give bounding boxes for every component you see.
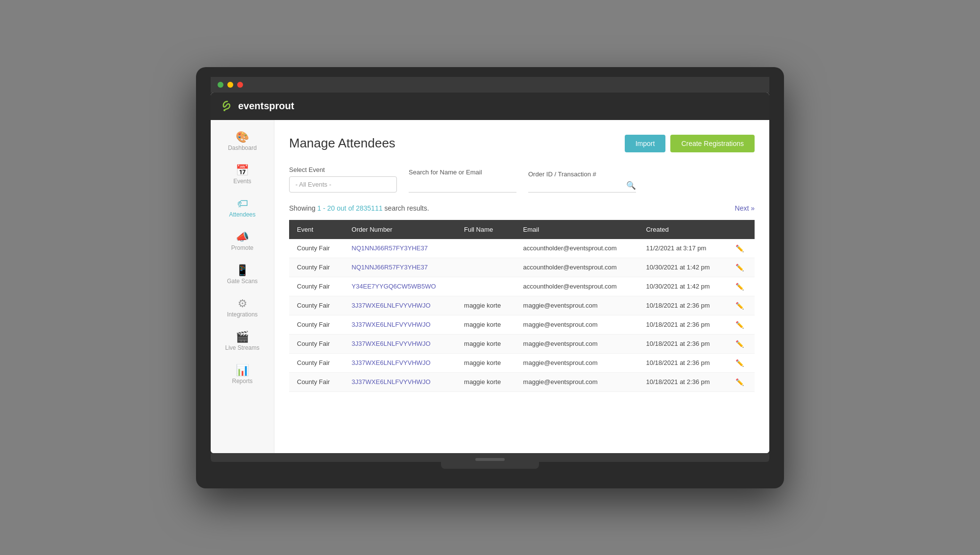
gate-scans-icon: 📱: [236, 265, 249, 276]
order-number-link[interactable]: NQ1NNJ66R57FY3YHE37: [352, 264, 428, 271]
cell-email: maggie@eventsprout.com: [515, 296, 638, 315]
name-email-filter-group: Search for Name or Email: [409, 169, 516, 193]
table-row: County Fair3J37WXE6LNLFVYVHWJOmaggie kor…: [289, 334, 755, 353]
order-number-link[interactable]: Y34EE7YYGQ6CW5WB5WO: [352, 283, 436, 290]
cell-order-number[interactable]: Y34EE7YYGQ6CW5WB5WO: [344, 277, 456, 296]
order-number-link[interactable]: NQ1NNJ66R57FY3YHE37: [352, 244, 428, 252]
table-row: County Fair3J37WXE6LNLFVYVHWJOmaggie kor…: [289, 372, 755, 391]
col-header-full-name: Full Name: [456, 220, 515, 239]
sidebar-item-integrations[interactable]: ⚙Integrations: [211, 291, 274, 325]
edit-icon[interactable]: ✏️: [735, 378, 744, 386]
table-header-row: EventOrder NumberFull NameEmailCreated: [289, 220, 755, 239]
cell-order-number[interactable]: 3J37WXE6LNLFVYVHWJO: [344, 315, 456, 334]
cell-full-name: maggie korte: [456, 296, 515, 315]
cell-edit[interactable]: ✏️: [728, 372, 755, 391]
col-header-created: Created: [638, 220, 727, 239]
cell-event: County Fair: [289, 372, 344, 391]
brand: eventsprout: [220, 99, 294, 113]
laptop-bottom: [211, 453, 769, 462]
event-select[interactable]: - All Events -: [289, 176, 397, 193]
edit-icon[interactable]: ✏️: [735, 340, 744, 348]
search-icon-button[interactable]: 🔍: [626, 181, 636, 190]
edit-icon[interactable]: ✏️: [735, 283, 744, 290]
browser-bar: [211, 77, 769, 93]
sidebar-item-label-promote: Promote: [231, 244, 253, 251]
table-row: County FairNQ1NNJ66R57FY3YHE37accounthol…: [289, 258, 755, 277]
cell-order-number[interactable]: 3J37WXE6LNLFVYVHWJO: [344, 296, 456, 315]
cell-order-number[interactable]: 3J37WXE6LNLFVYVHWJO: [344, 372, 456, 391]
dot-red: [237, 82, 243, 88]
name-email-input[interactable]: [409, 179, 516, 193]
create-registrations-button[interactable]: Create Registrations: [670, 135, 755, 152]
sidebar-item-attendees[interactable]: 🏷Attendees: [211, 192, 274, 225]
results-range: 1 - 20 out of 2835111: [318, 204, 383, 212]
cell-order-number[interactable]: 3J37WXE6LNLFVYVHWJO: [344, 353, 456, 372]
cell-edit[interactable]: ✏️: [728, 277, 755, 296]
edit-icon[interactable]: ✏️: [735, 302, 744, 310]
cell-edit[interactable]: ✏️: [728, 334, 755, 353]
edit-icon[interactable]: ✏️: [735, 264, 744, 271]
results-info: Showing 1 - 20 out of 2835111 search res…: [289, 204, 755, 212]
header-actions: Import Create Registrations: [625, 135, 755, 152]
cell-order-number[interactable]: 3J37WXE6LNLFVYVHWJO: [344, 334, 456, 353]
sidebar-item-label-gate-scans: Gate Scans: [227, 278, 258, 285]
order-number-link[interactable]: 3J37WXE6LNLFVYVHWJO: [352, 378, 431, 386]
filters-row: Select Event - All Events - Search for N…: [289, 166, 755, 193]
cell-email: accountholder@eventsprout.com: [515, 258, 638, 277]
events-icon: 📅: [236, 165, 249, 176]
cell-full-name: [456, 239, 515, 258]
dot-green: [218, 82, 223, 88]
table-body: County FairNQ1NNJ66R57FY3YHE37accounthol…: [289, 239, 755, 392]
col-header-order-number: Order Number: [344, 220, 456, 239]
event-filter-label: Select Event: [289, 166, 397, 173]
sidebar-item-dashboard[interactable]: 🎨Dashboard: [211, 125, 274, 158]
cell-event: County Fair: [289, 277, 344, 296]
sidebar-item-label-events: Events: [233, 178, 251, 185]
table-row: County Fair3J37WXE6LNLFVYVHWJOmaggie kor…: [289, 315, 755, 334]
name-email-label: Search for Name or Email: [409, 169, 516, 176]
sidebar-item-gate-scans[interactable]: 📱Gate Scans: [211, 258, 274, 291]
cell-order-number[interactable]: NQ1NNJ66R57FY3YHE37: [344, 258, 456, 277]
page-title: Manage Attendees: [289, 136, 395, 151]
showing-prefix: Showing: [289, 204, 318, 212]
order-number-link[interactable]: 3J37WXE6LNLFVYVHWJO: [352, 359, 431, 366]
edit-icon[interactable]: ✏️: [735, 244, 744, 252]
next-link[interactable]: Next »: [735, 204, 755, 212]
sidebar-item-label-dashboard: Dashboard: [228, 145, 257, 151]
dot-yellow: [227, 82, 233, 88]
cell-edit[interactable]: ✏️: [728, 258, 755, 277]
order-number-link[interactable]: 3J37WXE6LNLFVYVHWJO: [352, 340, 431, 347]
sidebar-item-reports[interactable]: 📊Reports: [211, 358, 274, 391]
app-layout: 🎨Dashboard📅Events🏷Attendees📣Promote📱Gate…: [211, 120, 769, 453]
edit-icon[interactable]: ✏️: [735, 359, 744, 367]
cell-full-name: maggie korte: [456, 315, 515, 334]
cell-created: 10/30/2021 at 1:42 pm: [638, 258, 727, 277]
import-button[interactable]: Import: [625, 135, 666, 152]
sidebar-item-label-integrations: Integrations: [227, 311, 258, 318]
edit-icon[interactable]: ✏️: [735, 321, 744, 329]
cell-order-number[interactable]: NQ1NNJ66R57FY3YHE37: [344, 239, 456, 258]
table-row: County Fair3J37WXE6LNLFVYVHWJOmaggie kor…: [289, 353, 755, 372]
cell-edit[interactable]: ✏️: [728, 296, 755, 315]
cell-edit[interactable]: ✏️: [728, 239, 755, 258]
order-number-link[interactable]: 3J37WXE6LNLFVYVHWJO: [352, 321, 431, 328]
table-row: County FairNQ1NNJ66R57FY3YHE37accounthol…: [289, 239, 755, 258]
order-id-input[interactable]: [528, 182, 623, 189]
sidebar-item-promote[interactable]: 📣Promote: [211, 225, 274, 258]
attendees-icon: 🏷: [237, 198, 248, 209]
cell-created: 11/2/2021 at 3:17 pm: [638, 239, 727, 258]
cell-created: 10/18/2021 at 2:36 pm: [638, 296, 727, 315]
cell-email: maggie@eventsprout.com: [515, 315, 638, 334]
order-id-search-wrapper: 🔍: [528, 181, 636, 193]
cell-event: County Fair: [289, 353, 344, 372]
table-header: EventOrder NumberFull NameEmailCreated: [289, 220, 755, 239]
order-id-label: Order ID / Transaction #: [528, 170, 636, 178]
cell-edit[interactable]: ✏️: [728, 315, 755, 334]
sidebar-item-events[interactable]: 📅Events: [211, 158, 274, 192]
order-number-link[interactable]: 3J37WXE6LNLFVYVHWJO: [352, 302, 431, 309]
cell-created: 10/18/2021 at 2:36 pm: [638, 334, 727, 353]
sidebar-item-live-streams[interactable]: 🎬Live Streams: [211, 325, 274, 358]
results-suffix: search results.: [383, 204, 429, 212]
cell-edit[interactable]: ✏️: [728, 353, 755, 372]
sidebar-item-label-reports: Reports: [232, 378, 252, 385]
